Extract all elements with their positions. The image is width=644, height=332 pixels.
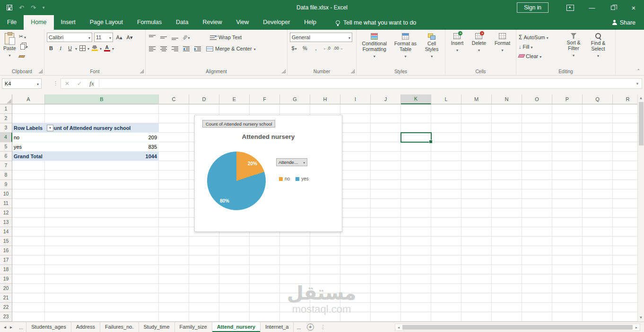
- decrease-font-button[interactable]: A▾: [125, 33, 134, 42]
- ribbon-tab-developer[interactable]: Developer: [256, 15, 297, 30]
- borders-button[interactable]: [78, 44, 87, 52]
- active-cell-selection[interactable]: [400, 132, 432, 143]
- clear-button[interactable]: Clear: [518, 51, 561, 60]
- sheet-more-right-button[interactable]: ...: [294, 324, 304, 330]
- name-box-caret-icon[interactable]: [37, 81, 39, 86]
- column-header-J[interactable]: J: [371, 94, 401, 104]
- tell-me-box[interactable]: Tell me what you want to do: [336, 15, 416, 30]
- fill-button[interactable]: ↓Fill: [518, 42, 561, 51]
- vertical-scrollbar[interactable]: ▲ ▼: [637, 94, 644, 322]
- accounting-format-button[interactable]: $: [290, 44, 298, 52]
- save-icon[interactable]: [7, 5, 12, 10]
- row-header-15[interactable]: 15: [0, 237, 12, 246]
- align-bottom-button[interactable]: [171, 33, 179, 42]
- ribbon-tab-home[interactable]: Home: [24, 15, 53, 30]
- column-header-K[interactable]: K: [401, 94, 431, 104]
- undo-icon[interactable]: ↶: [19, 4, 24, 11]
- copy-button[interactable]: [18, 42, 29, 50]
- pivot-value-yes[interactable]: 835: [45, 142, 159, 152]
- column-header-F[interactable]: F: [250, 94, 280, 104]
- conditional-formatting-button[interactable]: Conditional Formatting: [359, 32, 390, 68]
- row-header-1[interactable]: 1: [0, 104, 12, 114]
- row-header-6[interactable]: 6: [0, 152, 12, 161]
- alignment-dialog-launcher[interactable]: [282, 69, 286, 73]
- ribbon-display-options-icon[interactable]: [561, 0, 582, 15]
- sheet-nav-left-icon[interactable]: ◂: [4, 324, 6, 330]
- horizontal-scrollbar[interactable]: ◂ ▸: [395, 323, 640, 331]
- customize-qat-caret-icon[interactable]: ▾: [43, 5, 45, 10]
- row-header-20[interactable]: 20: [0, 284, 12, 293]
- row-header-14[interactable]: 14: [0, 227, 12, 237]
- column-header-E[interactable]: E: [219, 94, 250, 104]
- column-header-R[interactable]: R: [613, 94, 637, 104]
- autosum-button[interactable]: ΣAutoSum: [518, 33, 561, 42]
- vertical-scroll-thumb[interactable]: [639, 102, 644, 145]
- formula-bar-drag-dots[interactable]: ⋮: [53, 80, 58, 86]
- orientation-button[interactable]: ab: [182, 33, 191, 42]
- align-right-button[interactable]: [171, 44, 179, 53]
- row-header-5[interactable]: 5: [0, 142, 12, 152]
- font-name-combo[interactable]: Calibri: [47, 33, 92, 42]
- align-top-button[interactable]: [148, 33, 157, 42]
- increase-indent-button[interactable]: [193, 44, 202, 53]
- row-header-12[interactable]: 12: [0, 208, 12, 218]
- column-header-N[interactable]: N: [492, 94, 522, 104]
- pivot-header-row-labels[interactable]: Row Labels ▾: [12, 123, 45, 133]
- sheet-tab-family-size[interactable]: Family_size: [175, 322, 212, 332]
- format-cells-button[interactable]: Format: [493, 32, 512, 68]
- column-header-B[interactable]: B: [45, 94, 159, 104]
- column-header-M[interactable]: M: [461, 94, 492, 104]
- pivot-grand-total-label[interactable]: Grand Total: [12, 152, 45, 161]
- insert-function-icon[interactable]: fx: [86, 80, 98, 87]
- pivot-grand-total-value[interactable]: 1044: [45, 152, 159, 161]
- fill-color-button[interactable]: [90, 44, 99, 52]
- ribbon-tab-insert[interactable]: Insert: [54, 15, 83, 30]
- enter-formula-icon[interactable]: ✓: [73, 80, 86, 87]
- align-center-button[interactable]: [159, 44, 168, 53]
- pivot-chart[interactable]: Count of Attended nursery school Attende…: [194, 115, 342, 232]
- column-header-L[interactable]: L: [431, 94, 461, 104]
- row-header-17[interactable]: 17: [0, 255, 12, 265]
- merge-center-button[interactable]: Merge & Center: [205, 44, 257, 53]
- pivot-cell-yes[interactable]: yes: [12, 142, 45, 152]
- number-format-combo[interactable]: General: [290, 33, 352, 42]
- close-button[interactable]: ×: [623, 0, 644, 15]
- chart-field-button[interactable]: Count of Attended nursery school: [202, 120, 275, 128]
- row-header-21[interactable]: 21: [0, 293, 12, 303]
- row-header-8[interactable]: 8: [0, 170, 12, 180]
- column-header-A[interactable]: A: [12, 94, 45, 104]
- scroll-left-icon[interactable]: ◂: [395, 325, 402, 330]
- scroll-right-icon[interactable]: ▸: [633, 325, 640, 330]
- italic-button[interactable]: I: [56, 44, 65, 52]
- decrease-indent-button[interactable]: [182, 44, 191, 53]
- cancel-formula-icon[interactable]: ✕: [61, 80, 73, 87]
- delete-cells-button[interactable]: Delete: [470, 32, 488, 68]
- add-sheet-button[interactable]: +: [307, 323, 314, 331]
- row-header-19[interactable]: 19: [0, 274, 12, 284]
- number-dialog-launcher[interactable]: [351, 69, 355, 73]
- legend-item-no[interactable]: no: [279, 176, 290, 181]
- column-header-G[interactable]: G: [280, 94, 310, 104]
- expand-formula-bar-icon[interactable]: ▾: [633, 81, 642, 86]
- column-header-C[interactable]: C: [159, 94, 189, 104]
- ribbon-tab-page-layout[interactable]: Page Layout: [83, 15, 130, 30]
- row-header-10[interactable]: 10: [0, 189, 12, 199]
- underline-caret-icon[interactable]: [75, 45, 77, 51]
- scroll-up-icon[interactable]: ▲: [639, 94, 643, 102]
- row-header-16[interactable]: 16: [0, 246, 12, 255]
- row-header-4[interactable]: 4: [0, 133, 12, 142]
- sheetbar-splitter[interactable]: ⋮: [321, 324, 326, 330]
- redo-icon[interactable]: ↷: [31, 4, 36, 11]
- format-as-table-button[interactable]: Format as Table: [392, 32, 419, 68]
- pie-chart[interactable]: [207, 152, 266, 210]
- sign-in-button[interactable]: Sign in: [517, 2, 548, 13]
- column-header-Q[interactable]: Q: [583, 94, 613, 104]
- decrease-decimal-button[interactable]: .00→: [333, 44, 343, 52]
- pivot-cell-no[interactable]: no: [12, 133, 45, 142]
- sheet-tab-attend-nursery[interactable]: Attend_nursery: [212, 322, 261, 332]
- percent-style-button[interactable]: %: [301, 44, 309, 52]
- increase-font-button[interactable]: A▴: [115, 33, 123, 42]
- ribbon-tab-file[interactable]: File: [0, 15, 24, 30]
- share-button[interactable]: Share: [612, 15, 644, 30]
- pivot-table[interactable]: Row Labels ▾ Count of Attended nursery s…: [12, 123, 159, 161]
